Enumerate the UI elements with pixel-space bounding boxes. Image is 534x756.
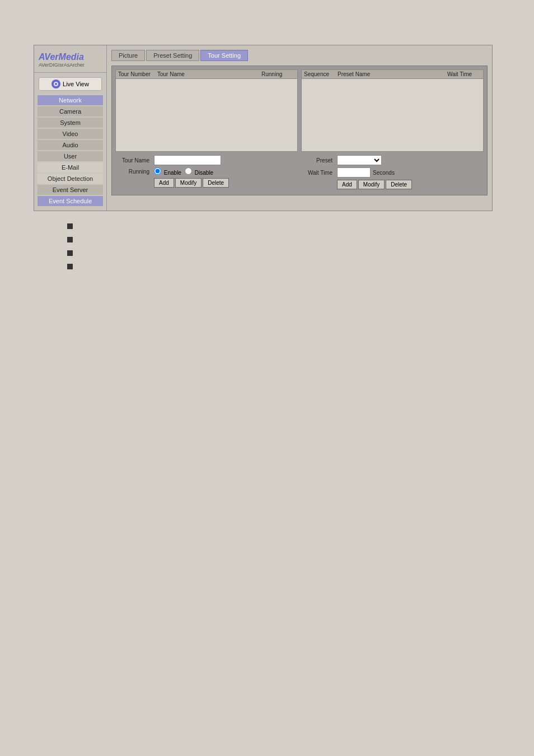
left-buttons-row: Add Modify Delete <box>115 178 298 188</box>
wait-time-label: Wait Time <box>301 170 335 176</box>
bullet-icon-3 <box>67 250 73 256</box>
add-tour-button[interactable]: Add <box>154 178 174 188</box>
right-form: Preset Wait Time 10 Seconds <box>301 155 484 192</box>
disable-radio[interactable] <box>185 167 192 175</box>
sidebar-menu: Network Camera System Video Audio User <box>34 95 106 206</box>
tour-name-input[interactable] <box>154 155 221 165</box>
bullet-icon-1 <box>67 223 73 229</box>
seconds-label: Seconds <box>373 170 395 176</box>
col-preset-name: Preset Name <box>338 71 447 77</box>
sidebar-item-object-detection[interactable]: Object Detection <box>38 174 103 184</box>
col-running: Running <box>261 71 295 77</box>
bullet-item-1 <box>67 222 500 229</box>
bullet-icon-4 <box>67 264 73 269</box>
bullet-item-3 <box>67 249 500 256</box>
tab-picture[interactable]: Picture <box>111 50 145 61</box>
camera-icon <box>51 80 60 88</box>
preset-label: Preset <box>301 157 335 164</box>
sidebar-item-event-server[interactable]: Event Server <box>38 185 103 195</box>
modify-preset-button[interactable]: Modify <box>358 180 385 189</box>
right-table-body <box>301 79 484 152</box>
sidebar-item-audio[interactable]: Audio <box>38 140 103 150</box>
right-buttons-row: Add Modify Delete <box>301 180 484 189</box>
tab-tour-setting[interactable]: Tour Setting <box>200 50 248 61</box>
bullet-icon-2 <box>67 237 73 242</box>
tour-right-table: Sequence Preset Name Wait Time <box>301 69 484 152</box>
delete-preset-button[interactable]: Delete <box>386 180 412 189</box>
sidebar-item-event-schedule[interactable]: Event Schedule <box>38 196 103 206</box>
col-tour-name: Tour Name <box>157 71 261 77</box>
modify-tour-button[interactable]: Modify <box>175 178 202 188</box>
wait-time-row: Wait Time 10 Seconds <box>301 167 484 178</box>
logo-sub: AVerDIGIsrAsArcher <box>39 62 102 68</box>
bullet-item-2 <box>67 236 500 242</box>
wait-time-input[interactable]: 10 <box>337 167 371 178</box>
disable-radio-label[interactable]: Disable <box>185 167 213 176</box>
running-label: Running <box>115 169 152 175</box>
left-btn-group: Add Modify Delete <box>154 178 229 188</box>
delete-tour-button[interactable]: Delete <box>203 178 229 188</box>
preset-row: Preset <box>301 155 484 165</box>
tab-preset-setting[interactable]: Preset Setting <box>146 50 199 61</box>
left-table-header: Tour Number Tour Name Running <box>115 69 298 79</box>
col-tour-number: Tour Number <box>118 71 157 77</box>
sidebar-item-network[interactable]: Network <box>38 95 103 105</box>
bullet-item-4 <box>67 263 500 269</box>
left-table-body <box>115 79 298 152</box>
sidebar-item-video[interactable]: Video <box>38 129 103 139</box>
preset-select[interactable] <box>337 155 382 165</box>
tour-name-label: Tour Name <box>115 157 152 164</box>
enable-radio-label[interactable]: Enable <box>154 167 181 176</box>
content-area: Picture Preset Setting Tour Setting Tour… <box>107 45 492 211</box>
sidebar-item-user[interactable]: User <box>38 151 103 161</box>
sidebar: AVerMedia AVerDIGIsrAsArcher Live View N… <box>34 45 107 211</box>
col-sequence: Sequence <box>304 71 338 77</box>
sidebar-item-email[interactable]: E-Mail <box>38 162 103 172</box>
live-view-label: Live View <box>63 81 89 87</box>
sidebar-item-system[interactable]: System <box>38 118 103 128</box>
right-btn-group: Add Modify Delete <box>337 180 412 189</box>
col-wait-time: Wait Time <box>447 71 481 77</box>
tabs-bar: Picture Preset Setting Tour Setting <box>111 50 488 61</box>
tour-left-table: Tour Number Tour Name Running <box>115 69 298 152</box>
tour-columns: Tour Number Tour Name Running Sequence P… <box>115 69 484 152</box>
running-radio-group: Enable Disable <box>154 167 213 176</box>
add-preset-button[interactable]: Add <box>337 180 357 189</box>
enable-radio[interactable] <box>154 167 161 175</box>
logo-main: AVerMedia <box>39 52 102 62</box>
form-area: Tour Name Running Enable <box>115 155 484 192</box>
live-view-button[interactable]: Live View <box>39 77 102 91</box>
logo-area: AVerMedia AVerDIGIsrAsArcher <box>34 50 106 73</box>
bullets-section <box>34 222 500 269</box>
left-form: Tour Name Running Enable <box>115 155 298 192</box>
running-row: Running Enable Disable <box>115 167 298 176</box>
right-table-header: Sequence Preset Name Wait Time <box>301 69 484 79</box>
tour-panel: Tour Number Tour Name Running Sequence P… <box>111 66 488 195</box>
svg-point-1 <box>55 83 57 85</box>
tour-name-row: Tour Name <box>115 155 298 165</box>
sidebar-item-camera[interactable]: Camera <box>38 106 103 116</box>
